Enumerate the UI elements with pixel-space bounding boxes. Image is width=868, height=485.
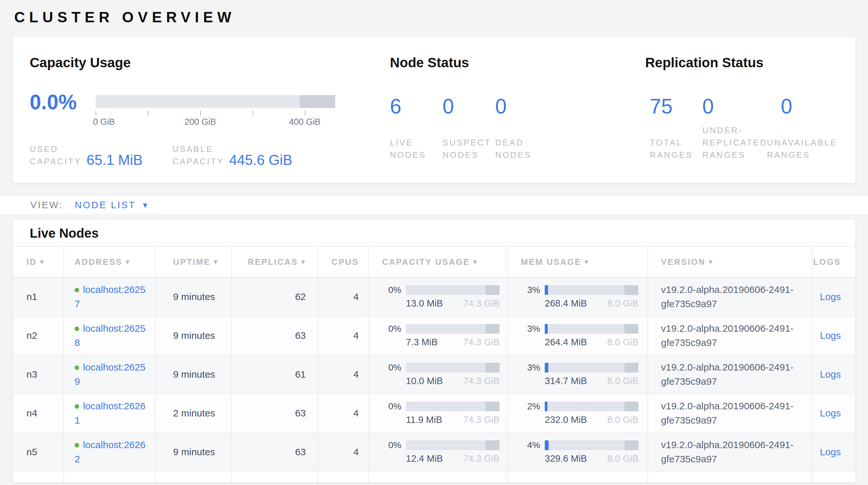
table-row: n4 localhost:26261 2 minutes 63 4 0% [13, 394, 855, 433]
mem-usage-reserved-segment [624, 324, 639, 334]
node-mem-usage-cell: 3% 314.7 MiB 8.0 GiB [508, 355, 648, 394]
capacity-usage-reserved-segment [486, 363, 500, 372]
mem-total-value: 8.0 GiB [607, 376, 639, 386]
column-header-version[interactable]: VERSION ▾ [648, 247, 813, 277]
logs-link[interactable]: Logs [820, 291, 841, 302]
node-logs-cell: Logs [813, 433, 855, 471]
empty-cell [648, 472, 813, 482]
node-address-cell: localhost:26261 [64, 394, 156, 432]
logs-link[interactable]: Logs [820, 369, 841, 380]
column-header-uptime[interactable]: UPTIME ▾ [156, 247, 232, 277]
live-nodes-title: Live Nodes [13, 220, 855, 246]
capacity-percent: 0% [382, 324, 401, 334]
node-replicas: 63 [295, 408, 306, 419]
column-header-mem-usage[interactable]: MEM USAGE ▾ [508, 247, 648, 277]
capacity-percent: 0% [382, 285, 401, 295]
table-row: n3 localhost:26259 9 minutes 61 4 0% [13, 355, 855, 394]
node-version: v19.2.0-alpha.20190606-2491-gfe735c9a97 [661, 438, 805, 466]
node-capacity-usage-cell: 0% 10.0 MiB 74.3 GiB [369, 355, 508, 394]
node-uptime: 9 minutes [173, 369, 215, 380]
axis-tick [96, 111, 96, 115]
node-id: n2 [27, 330, 37, 341]
capacity-usage-reserved-segment [486, 285, 500, 295]
capacity-usage-section: Capacity Usage 0.0% 0 GiB 200 GiB [13, 37, 390, 183]
node-id-cell: n4 [13, 394, 64, 432]
node-address-cell: localhost:26258 [64, 317, 156, 355]
node-address-link[interactable]: localhost:26261 [74, 401, 145, 426]
capacity-gauge-reserved-segment [300, 95, 335, 108]
node-cpus-cell: 4 [318, 394, 369, 432]
column-header-id[interactable]: ID ▾ [13, 247, 64, 277]
column-header-cpus[interactable]: CPUS [318, 247, 369, 277]
used-capacity-value: 65.1 MiB [87, 152, 143, 168]
node-id: n4 [27, 408, 37, 419]
capacity-usage-bar [406, 324, 500, 334]
mem-percent: 3% [521, 363, 540, 372]
sort-descending-icon: ▾ [126, 258, 130, 266]
node-address-cell: localhost:26262 [64, 433, 156, 471]
sort-descending-icon: ▾ [585, 258, 589, 266]
capacity-usage-reserved-segment [486, 324, 500, 334]
empty-cell [508, 472, 648, 482]
table-row: n5 localhost:26262 9 minutes 63 4 0% [13, 433, 855, 472]
node-address-link[interactable]: localhost:26257 [74, 284, 145, 309]
mem-usage-bar [545, 285, 639, 295]
capacity-gauge: 0.0% 0 GiB 200 GiB 400 GiB [30, 95, 390, 128]
node-logs-cell: Logs [813, 394, 855, 432]
column-header-capacity-usage[interactable]: CAPACITY USAGE ▾ [369, 247, 508, 277]
capacity-usage-bar [406, 285, 500, 295]
under-replicated-ranges-label: UNDER-REPLICATED RANGES [702, 124, 767, 161]
node-version-cell: v19.2.0-alpha.20190606-2491-gfe735c9a97 [648, 278, 813, 316]
live-nodes-card: Live Nodes ID ▾ ADDRESS ▾ UPTIME ▾ REPLI… [13, 220, 855, 482]
mem-usage-bar [545, 402, 639, 411]
view-selector-dropdown[interactable]: NODE LIST ▾ [75, 200, 147, 210]
node-status-values: 6 0 0 [390, 95, 645, 118]
logs-link[interactable]: Logs [820, 408, 841, 419]
mem-usage-fill [545, 285, 548, 295]
logs-link[interactable]: Logs [820, 330, 841, 341]
mem-used-value: 329.6 MiB [545, 453, 587, 464]
node-uptime: 9 minutes [173, 330, 215, 341]
capacity-usage-bar [406, 402, 500, 411]
capacity-gauge-axis: 0 GiB 200 GiB 400 GiB [96, 108, 335, 128]
column-header-logs: LOGS [813, 247, 855, 277]
replication-values: 75 0 0 [645, 95, 855, 118]
capacity-gauge-chart: 0 GiB 200 GiB 400 GiB [96, 95, 335, 128]
node-live-status-icon [74, 404, 79, 409]
node-uptime: 9 minutes [173, 447, 215, 458]
mem-percent: 3% [521, 324, 540, 334]
node-cpus-cell: 4 [318, 433, 369, 471]
axis-tick [200, 111, 201, 115]
mem-usage-reserved-segment [624, 402, 639, 411]
node-address-link[interactable]: localhost:26259 [74, 362, 145, 387]
node-live-status-icon [74, 288, 79, 292]
capacity-total-value: 74.3 GiB [463, 337, 500, 347]
capacity-usage-title: Capacity Usage [30, 55, 390, 70]
column-header-address[interactable]: ADDRESS ▾ [64, 247, 156, 277]
mem-percent: 4% [521, 440, 540, 450]
under-replicated-ranges-count: 0 [702, 95, 781, 118]
mem-usage-fill [545, 440, 549, 450]
node-cpus: 4 [353, 369, 359, 380]
mem-percent: 3% [521, 285, 540, 295]
node-live-status-icon [74, 326, 79, 331]
capacity-percent: 0% [382, 440, 401, 450]
usable-capacity-stat: USABLE CAPACITY 445.6 GiB [173, 143, 292, 168]
empty-cell [369, 472, 508, 482]
mem-usage-fill [545, 363, 548, 372]
node-live-status-icon [74, 443, 79, 448]
column-label: ID [27, 257, 37, 267]
dead-nodes-label: DEAD NODES [495, 137, 560, 161]
column-header-replicas[interactable]: REPLICAS ▾ [232, 247, 318, 277]
node-id-cell: n3 [13, 355, 64, 394]
mem-usage-bar [545, 363, 639, 372]
capacity-gauge-bar [96, 95, 335, 108]
table-row: n1 localhost:26257 9 minutes 62 4 0% [13, 278, 855, 317]
logs-link[interactable]: Logs [820, 447, 841, 458]
node-address-link[interactable]: localhost:26262 [74, 439, 145, 464]
column-label: VERSION [661, 257, 706, 267]
axis-tick-label: 0 GiB [93, 117, 115, 127]
capacity-used-value: 11.9 MiB [406, 415, 442, 425]
node-address-link[interactable]: localhost:26258 [74, 323, 145, 348]
capacity-used-value: 7.3 MiB [406, 337, 438, 347]
